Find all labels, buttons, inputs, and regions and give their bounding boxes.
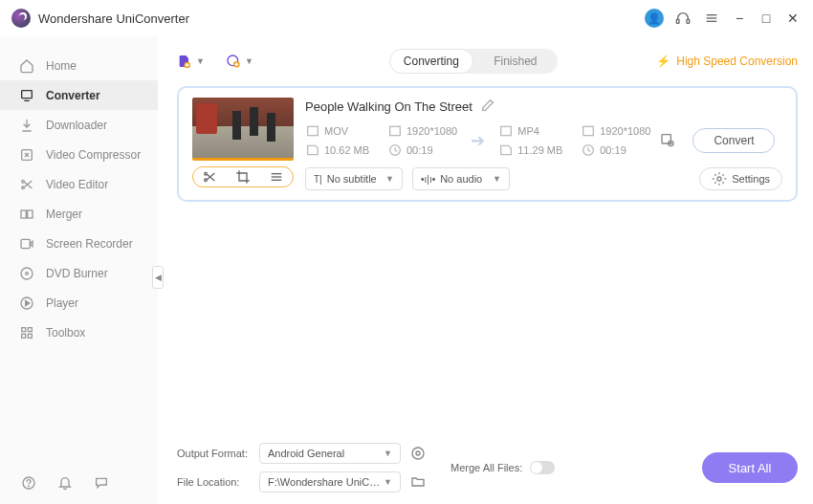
sidebar-item-converter[interactable]: Converter <box>0 80 158 110</box>
svg-point-12 <box>21 268 33 279</box>
play-icon <box>19 296 34 311</box>
svg-rect-0 <box>676 19 679 23</box>
svg-rect-5 <box>22 90 33 98</box>
subtitle-select[interactable]: T|No subtitle▼ <box>305 167 403 190</box>
collapse-sidebar[interactable]: ◀ <box>152 266 164 289</box>
converter-icon <box>19 88 34 103</box>
sidebar: Home Converter Downloader Video Compress… <box>0 36 158 504</box>
nav-label: DVD Burner <box>46 267 108 280</box>
grid-icon <box>19 325 34 340</box>
effects-icon[interactable] <box>267 169 286 185</box>
maximize-button[interactable]: □ <box>758 10 775 27</box>
sidebar-item-recorder[interactable]: Screen Recorder <box>0 229 158 258</box>
file-name: People Walking On The Street <box>305 99 472 114</box>
edit-tools <box>192 166 294 187</box>
recorder-icon <box>19 236 34 252</box>
svg-rect-15 <box>22 327 26 331</box>
download-icon <box>19 118 34 133</box>
sidebar-item-home[interactable]: Home <box>0 51 158 80</box>
svg-point-13 <box>26 272 29 274</box>
bell-icon[interactable] <box>55 473 75 493</box>
sidebar-item-merger[interactable]: Merger <box>0 199 158 229</box>
tab-converting[interactable]: Converting <box>389 49 473 74</box>
nav-label: Toolbox <box>46 326 85 340</box>
minimize-button[interactable]: − <box>731 10 748 27</box>
headset-icon[interactable] <box>673 9 692 28</box>
file-location-select[interactable]: F:\Wondershare UniConverter▼ <box>259 471 401 493</box>
file-location-label: File Location: <box>177 476 252 488</box>
app-title: Wondershare UniConverter <box>38 11 189 26</box>
nav-label: Video Compressor <box>46 148 141 162</box>
svg-rect-10 <box>28 210 33 218</box>
disc-icon <box>19 266 34 281</box>
help-icon[interactable] <box>19 473 38 493</box>
menu-icon[interactable] <box>702 9 721 28</box>
arrow-icon: ➔ <box>471 130 485 151</box>
source-meta: MOV 1920*1080 10.62 MB 00:19 <box>305 123 457 158</box>
svg-point-25 <box>205 179 208 182</box>
open-folder-icon[interactable] <box>408 472 428 492</box>
merge-toggle[interactable] <box>530 461 555 474</box>
home-icon <box>19 58 34 74</box>
convert-button[interactable]: Convert <box>692 128 775 153</box>
settings-button[interactable]: Settings <box>699 167 782 190</box>
nav-label: Video Editor <box>46 178 108 191</box>
sidebar-item-compressor[interactable]: Video Compressor <box>0 140 158 169</box>
nav-label: Merger <box>46 208 82 221</box>
output-format-label: Output Format: <box>177 448 252 459</box>
bolt-icon: ⚡ <box>656 55 670 68</box>
sidebar-item-player[interactable]: Player <box>0 288 158 318</box>
svg-point-39 <box>412 448 424 459</box>
sidebar-item-toolbox[interactable]: Toolbox <box>0 318 158 347</box>
svg-rect-9 <box>21 210 26 218</box>
svg-rect-32 <box>501 126 512 135</box>
output-format-select[interactable]: Android General▼ <box>259 443 401 464</box>
add-file-button[interactable]: ▼ <box>177 54 205 69</box>
svg-rect-33 <box>583 126 594 135</box>
nav-label: Home <box>46 59 77 73</box>
nav-label: Downloader <box>46 119 107 132</box>
feedback-icon[interactable] <box>92 473 111 493</box>
svg-point-8 <box>22 186 25 189</box>
high-speed-link[interactable]: ⚡ High Speed Conversion <box>656 55 798 68</box>
nav-label: Converter <box>46 89 100 102</box>
video-thumbnail[interactable] <box>192 98 294 161</box>
tab-finished[interactable]: Finished <box>473 49 558 74</box>
sidebar-item-dvd[interactable]: DVD Burner <box>0 258 158 288</box>
output-settings-icon[interactable] <box>660 132 675 150</box>
user-avatar[interactable]: 👤 <box>645 9 664 28</box>
svg-point-37 <box>717 177 721 181</box>
audio-select[interactable]: •ı|ı•No audio▼ <box>412 167 510 190</box>
file-card: People Walking On The Street MOV 1920*10… <box>177 86 798 202</box>
add-from-device-button[interactable]: ▼ <box>226 54 253 69</box>
merge-label: Merge All Files: <box>450 462 522 473</box>
nav-label: Player <box>46 296 78 310</box>
svg-rect-29 <box>308 126 319 135</box>
close-button[interactable]: ✕ <box>784 10 802 27</box>
scissors-icon <box>19 177 34 192</box>
crop-icon[interactable] <box>233 169 253 185</box>
sidebar-item-downloader[interactable]: Downloader <box>0 110 158 140</box>
target-meta: MP4 1920*1080 11.29 MB 00:19 <box>498 123 650 158</box>
svg-point-20 <box>29 486 30 487</box>
edit-name-icon[interactable] <box>480 98 495 116</box>
svg-rect-1 <box>687 19 690 23</box>
status-tabs: Converting Finished <box>389 49 558 74</box>
trim-icon[interactable] <box>200 169 219 185</box>
svg-point-38 <box>416 451 420 455</box>
sidebar-item-editor[interactable]: Video Editor <box>0 169 158 199</box>
compressor-icon <box>19 147 34 163</box>
svg-rect-17 <box>22 334 26 338</box>
format-settings-icon[interactable] <box>408 444 428 463</box>
merger-icon <box>19 207 34 222</box>
start-all-button[interactable]: Start All <box>702 452 798 483</box>
svg-rect-18 <box>28 334 32 338</box>
svg-rect-16 <box>28 327 32 331</box>
svg-point-24 <box>205 172 208 175</box>
app-logo <box>11 9 31 28</box>
svg-rect-11 <box>21 239 30 248</box>
svg-point-7 <box>22 180 25 183</box>
svg-rect-35 <box>662 134 670 142</box>
nav-label: Screen Recorder <box>46 237 133 251</box>
svg-rect-30 <box>390 126 401 135</box>
